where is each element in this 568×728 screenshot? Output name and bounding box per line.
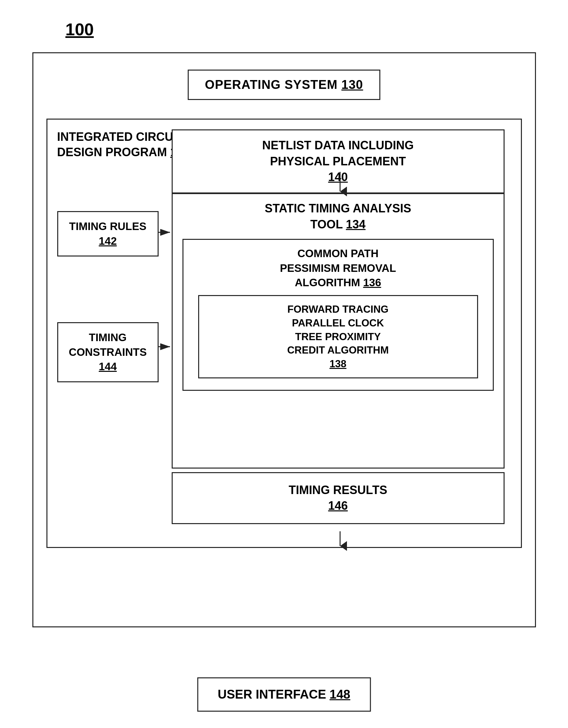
timing-constraints-box: TIMINGCONSTRAINTS144	[57, 322, 159, 382]
sta-tool-box: STATIC TIMING ANALYSISTOOL 134 COMMON PA…	[172, 193, 505, 469]
user-interface-box: USER INTERFACE 148	[197, 677, 371, 712]
sta-label: STATIC TIMING ANALYSISTOOL 134	[173, 194, 504, 236]
timing-results-label: TIMING RESULTS146	[182, 482, 494, 514]
forward-tracing-box: FORWARD TRACINGPARALLEL CLOCKTREE PROXIM…	[198, 295, 478, 378]
cppr-label: COMMON PATHPESSIMISM REMOVALALGORITHM 13…	[190, 246, 486, 290]
timing-results-box: TIMING RESULTS146	[172, 472, 505, 524]
operating-system-box: OPERATING SYSTEM 130	[188, 70, 381, 100]
main-container: OPERATING SYSTEM 130 INTEGRATED CIRCUITD…	[32, 52, 536, 627]
cppr-box: COMMON PATHPESSIMISM REMOVALALGORITHM 13…	[182, 239, 494, 391]
page: 100 OPERATING SYSTEM 130 INTEGRATED CIRC…	[0, 0, 568, 728]
diagram-number: 100	[65, 20, 542, 39]
timing-rules-label: TIMING RULES142	[65, 219, 151, 248]
os-number: 130	[342, 78, 363, 91]
ui-label: USER INTERFACE	[218, 687, 326, 701]
timing-constraints-label: TIMINGCONSTRAINTS144	[65, 330, 151, 374]
ic-label: INTEGRATED CIRCUITDESIGN PROGRAM 132	[57, 129, 190, 160]
ic-design-box: INTEGRATED CIRCUITDESIGN PROGRAM 132 NET…	[46, 119, 522, 548]
timing-rules-box: TIMING RULES142	[57, 211, 159, 256]
netlist-box: NETLIST DATA INCLUDINGPHYSICAL PLACEMENT…	[172, 129, 505, 193]
os-label: OPERATING SYSTEM	[205, 78, 338, 91]
forward-tracing-label: FORWARD TRACINGPARALLEL CLOCKTREE PROXIM…	[206, 303, 471, 371]
ui-number: 148	[330, 687, 350, 701]
netlist-label: NETLIST DATA INCLUDINGPHYSICAL PLACEMENT…	[182, 138, 494, 185]
